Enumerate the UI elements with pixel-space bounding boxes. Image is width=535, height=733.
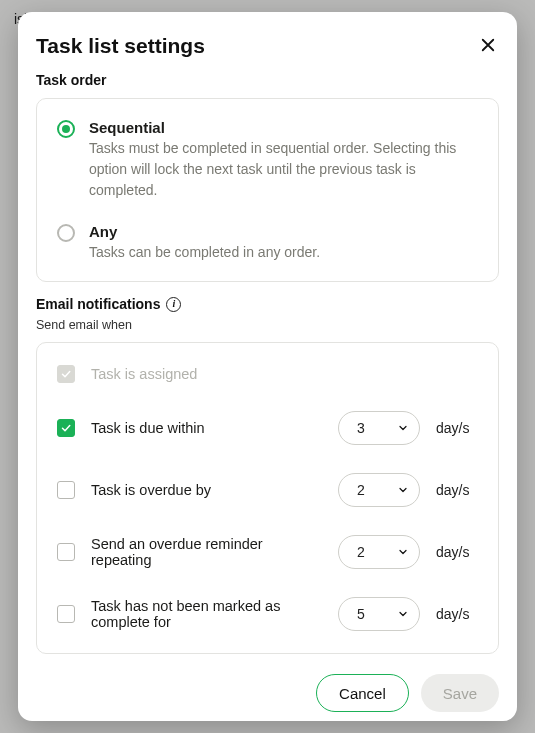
checkbox-due-within[interactable]: [57, 419, 75, 437]
notify-label: Task is due within: [91, 420, 322, 436]
notify-row-assigned: Task is assigned: [37, 351, 498, 397]
email-notifications-label: Email notifications i: [36, 296, 499, 312]
checkbox-overdue-by[interactable]: [57, 481, 75, 499]
notify-row-overdue-by: Task is overdue by 2 day/s: [37, 459, 498, 521]
days-unit: day/s: [436, 544, 478, 560]
days-unit: day/s: [436, 482, 478, 498]
notify-label: Task is assigned: [91, 366, 478, 382]
notify-label: Task is overdue by: [91, 482, 322, 498]
radio-text: Any Tasks can be completed in any order.: [89, 223, 320, 263]
modal-header: Task list settings: [36, 34, 499, 58]
send-email-when-caption: Send email when: [36, 318, 499, 332]
days-unit: day/s: [436, 606, 478, 622]
radio-option-sequential[interactable]: Sequential Tasks must be completed in se…: [37, 107, 498, 211]
chevron-down-icon: [397, 546, 409, 558]
chevron-down-icon: [397, 422, 409, 434]
days-select-not-complete-for[interactable]: 5: [338, 597, 420, 631]
days-select-overdue-reminder[interactable]: 2: [338, 535, 420, 569]
days-value: 3: [357, 420, 365, 436]
checkbox-not-complete-for[interactable]: [57, 605, 75, 623]
radio-description: Tasks must be completed in sequential or…: [89, 138, 478, 201]
check-icon: [60, 368, 72, 380]
days-select-due-within[interactable]: 3: [338, 411, 420, 445]
radio-text: Sequential Tasks must be completed in se…: [89, 119, 478, 201]
chevron-down-icon: [397, 608, 409, 620]
email-notifications-panel: Task is assigned Task is due within 3 da…: [36, 342, 499, 654]
radio-indicator: [57, 120, 75, 138]
close-icon: [479, 36, 497, 54]
days-value: 2: [357, 482, 365, 498]
radio-description: Tasks can be completed in any order.: [89, 242, 320, 263]
days-unit: day/s: [436, 420, 478, 436]
days-select-overdue-by[interactable]: 2: [338, 473, 420, 507]
notify-label: Task has not been marked as complete for: [91, 598, 322, 630]
days-value: 2: [357, 544, 365, 560]
notify-label: Send an overdue reminder repeating: [91, 536, 322, 568]
modal-title: Task list settings: [36, 34, 205, 58]
check-icon: [60, 422, 72, 434]
task-list-settings-modal: Task list settings Task order Sequential…: [18, 12, 517, 721]
checkbox-overdue-reminder[interactable]: [57, 543, 75, 561]
notify-row-overdue-reminder: Send an overdue reminder repeating 2 day…: [37, 521, 498, 583]
radio-title: Sequential: [89, 119, 478, 136]
close-button[interactable]: [477, 34, 499, 56]
email-notifications-label-text: Email notifications: [36, 296, 160, 312]
checkbox-assigned: [57, 365, 75, 383]
save-button[interactable]: Save: [421, 674, 499, 712]
notify-row-not-complete-for: Task has not been marked as complete for…: [37, 583, 498, 645]
radio-title: Any: [89, 223, 320, 240]
radio-indicator: [57, 224, 75, 242]
chevron-down-icon: [397, 484, 409, 496]
info-icon[interactable]: i: [166, 297, 181, 312]
modal-footer: Cancel Save: [36, 654, 499, 712]
cancel-button[interactable]: Cancel: [316, 674, 409, 712]
task-order-label: Task order: [36, 72, 499, 88]
task-order-panel: Sequential Tasks must be completed in se…: [36, 98, 499, 282]
radio-option-any[interactable]: Any Tasks can be completed in any order.: [37, 211, 498, 273]
notify-row-due-within: Task is due within 3 day/s: [37, 397, 498, 459]
days-value: 5: [357, 606, 365, 622]
